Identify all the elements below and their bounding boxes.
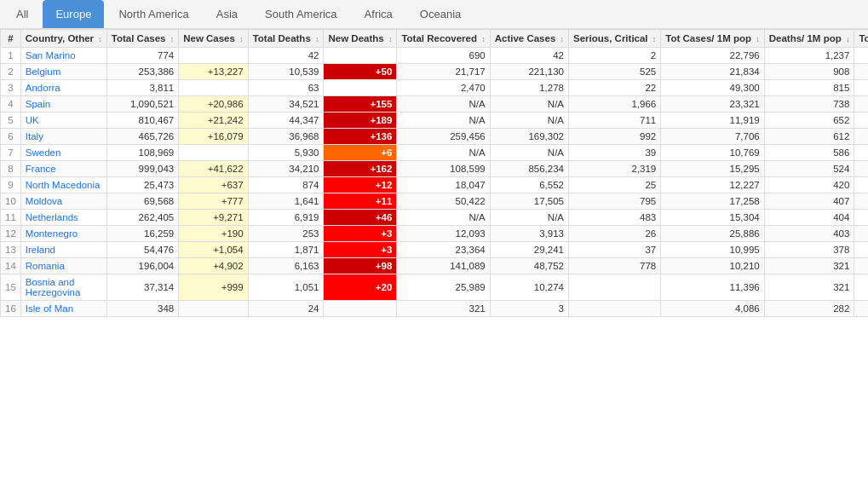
tab-oceania[interactable]: Oceania	[407, 0, 474, 28]
col-deaths-1m[interactable]: Deaths/ 1M pop ↓	[764, 30, 854, 48]
col-total-cases[interactable]: Total Cases ↕	[106, 30, 178, 48]
total-tests: 229,246	[854, 177, 868, 193]
tab-africa[interactable]: Africa	[352, 0, 405, 28]
tot-cases-1m: 21,834	[661, 64, 764, 80]
new-cases: +21,242	[179, 113, 248, 129]
total-deaths: 874	[248, 177, 324, 193]
country-link[interactable]: Romania	[26, 261, 65, 271]
total-deaths: 1,051	[248, 274, 324, 301]
new-cases: +999	[179, 274, 248, 301]
table-row: 4Spain1,090,521+20,98634,521+155N/AN/A1,…	[1, 96, 869, 113]
tab-north-america[interactable]: North America	[106, 0, 201, 28]
tot-cases-1m: 49,300	[661, 80, 764, 96]
new-cases: +4,902	[179, 258, 248, 274]
col-serious[interactable]: Serious, Critical ↕	[569, 30, 661, 48]
new-cases	[179, 145, 248, 161]
deaths-1m: 321	[764, 274, 854, 301]
total-cases: 196,004	[106, 258, 178, 274]
country-link[interactable]: UK	[26, 115, 39, 125]
active-cases: 3,913	[490, 226, 568, 242]
total-recovered: 25,989	[397, 274, 490, 301]
total-recovered: N/A	[397, 145, 490, 161]
serious-critical: 37	[569, 242, 661, 258]
tab-south-america[interactable]: South America	[252, 0, 350, 28]
row-num: 1	[1, 48, 21, 64]
deaths-1m: 321	[764, 258, 854, 274]
country-link[interactable]: Bosnia and Herzegovina	[26, 277, 81, 297]
total-tests: 4,287,303	[854, 64, 868, 80]
country-link[interactable]: France	[26, 164, 56, 174]
total-recovered: 18,047	[397, 177, 490, 193]
serious-critical: 525	[569, 64, 661, 80]
col-total-deaths[interactable]: Total Deaths ↕	[248, 30, 324, 48]
total-recovered: 141,089	[397, 258, 490, 274]
table-row: 6Italy465,726+16,07936,968+136259,456169…	[1, 129, 869, 145]
new-deaths: +50	[324, 64, 397, 80]
new-cases	[179, 80, 248, 96]
data-table-container: # Country, Other ↕ Total Cases ↕ New Cas…	[0, 29, 868, 317]
serious-critical: 39	[569, 145, 661, 161]
total-deaths: 34,521	[248, 96, 324, 113]
new-cases: +637	[179, 177, 248, 193]
total-recovered: 690	[397, 48, 490, 64]
total-recovered: 12,093	[397, 226, 490, 242]
new-deaths: +189	[324, 113, 397, 129]
row-num: 3	[1, 80, 21, 96]
total-cases: 54,476	[106, 242, 178, 258]
serious-critical: 2	[569, 48, 661, 64]
country-link[interactable]: Italy	[26, 131, 43, 141]
tot-cases-1m: 11,396	[661, 274, 764, 301]
total-cases: 774	[106, 48, 178, 64]
country-link[interactable]: Ireland	[26, 245, 55, 255]
country-link[interactable]: San Marino	[26, 50, 76, 61]
country-link[interactable]: Montenegro	[26, 228, 78, 239]
total-tests: 1,925,218	[854, 145, 868, 161]
tot-cases-1m: 12,227	[661, 177, 764, 193]
new-deaths: +3	[324, 242, 397, 258]
new-cases	[179, 48, 248, 64]
row-num: 2	[1, 64, 21, 80]
total-cases: 465,726	[106, 129, 178, 145]
deaths-1m: 586	[764, 145, 854, 161]
country-link[interactable]: Belgium	[26, 66, 61, 77]
table-row: 5UK810,467+21,24244,347+189N/AN/A71111,9…	[1, 113, 869, 129]
tab-asia[interactable]: Asia	[204, 0, 250, 28]
active-cases: N/A	[490, 96, 568, 113]
country-link[interactable]: Andorra	[26, 83, 60, 93]
active-cases: N/A	[490, 210, 568, 226]
col-active-cases[interactable]: Active Cases ↕	[490, 30, 568, 48]
country-link[interactable]: Isle of Man	[26, 303, 73, 314]
country-link[interactable]: Moldova	[26, 196, 62, 206]
col-num[interactable]: #	[1, 30, 21, 48]
country-link[interactable]: Spain	[26, 99, 50, 109]
country-link[interactable]: Sweden	[26, 147, 61, 158]
serious-critical: 2,319	[569, 161, 661, 177]
col-total-recovered[interactable]: Total Recovered ↕	[397, 30, 490, 48]
tab-all[interactable]: All	[3, 0, 41, 28]
row-num: 13	[1, 242, 21, 258]
tab-europe[interactable]: Europe	[43, 0, 104, 28]
new-deaths: +3	[324, 226, 397, 242]
col-tot-cases-1m[interactable]: Tot Cases/ 1M pop ↕	[661, 30, 764, 48]
col-new-cases[interactable]: New Cases ↕	[179, 30, 248, 48]
country-name: Romania	[20, 258, 106, 274]
table-row: 16Isle of Man3482432134,08628215,323179,…	[1, 301, 869, 317]
tot-cases-1m: 7,706	[661, 129, 764, 145]
country-link[interactable]: Netherlands	[26, 212, 78, 222]
new-cases: +9,271	[179, 210, 248, 226]
row-num: 9	[1, 177, 21, 193]
total-deaths: 44,347	[248, 113, 324, 129]
new-cases: +13,227	[179, 64, 248, 80]
new-deaths: +46	[324, 210, 397, 226]
deaths-1m: 404	[764, 210, 854, 226]
col-total-tests[interactable]: Total Tests ↕	[854, 30, 868, 48]
col-new-deaths[interactable]: New Deaths ↕	[324, 30, 397, 48]
country-name: France	[20, 161, 106, 177]
row-num: 5	[1, 113, 21, 129]
serious-critical: 795	[569, 193, 661, 210]
country-link[interactable]: North Macedonia	[26, 180, 101, 190]
table-row: 8France999,043+41,62234,210+162108,59985…	[1, 161, 869, 177]
col-country[interactable]: Country, Other ↕	[20, 30, 106, 48]
deaths-1m: 612	[764, 129, 854, 145]
country-name: San Marino	[20, 48, 106, 64]
